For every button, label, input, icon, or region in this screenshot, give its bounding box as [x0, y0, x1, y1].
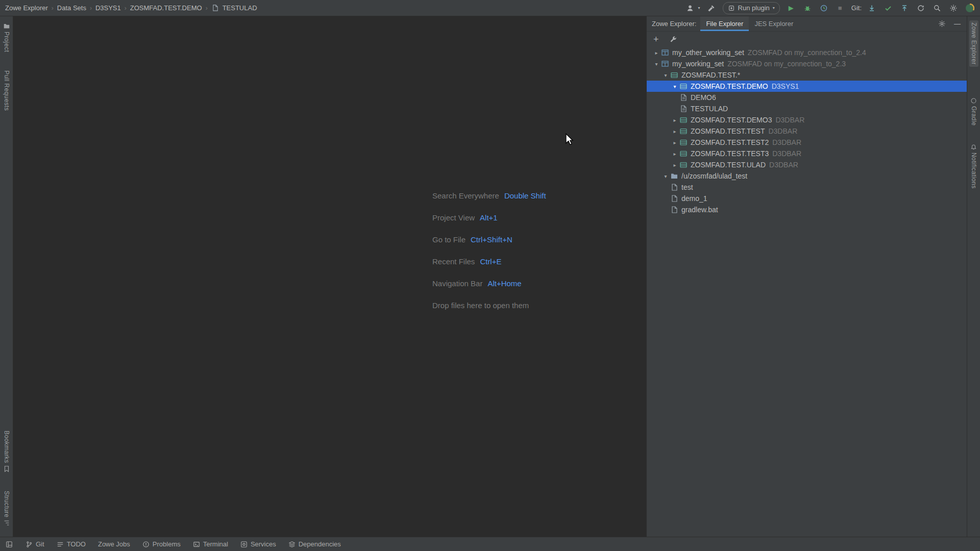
editor-empty-area[interactable]: Search Everywhere Double Shift Project V… [13, 16, 646, 537]
toolbar-avatar-icon[interactable] [965, 3, 975, 13]
search-icon[interactable] [932, 3, 942, 13]
chevron-right-icon[interactable]: ▸ [670, 117, 679, 123]
structure-icon [3, 519, 10, 527]
sidebar-item-project[interactable]: Project [2, 20, 11, 54]
tool-window-header: Zowe Explorer: File Explorer JES Explore… [647, 16, 967, 32]
tree-item[interactable]: ▸ ZOSMFAD.TEST.TEST D3DBAR [647, 126, 967, 137]
statusbar-item-services[interactable]: Services [240, 540, 276, 548]
folder-icon [3, 22, 10, 30]
breadcrumb-item[interactable]: Data Sets [57, 4, 86, 12]
tree-item-label: ZOSMFAD.TEST.DEMO3 [691, 116, 772, 124]
breadcrumb-item[interactable]: Zowe Explorer [5, 4, 48, 12]
statusbar-item-git[interactable]: Git [26, 540, 44, 548]
chevron-right-icon[interactable]: ▸ [670, 129, 679, 134]
sidebar-item-bookmarks[interactable]: Bookmarks [2, 429, 11, 474]
breadcrumb-item[interactable]: ZOSMFAD.TEST.DEMO [130, 4, 202, 12]
tree-item[interactable]: DEMO6 [647, 92, 967, 103]
tree-item[interactable]: ▸ ZOSMFAD.TEST.TEST3 D3DBAR [647, 148, 967, 159]
statusbar-item-dependencies[interactable]: Dependencies [288, 540, 341, 548]
statusbar-item-label: Git [36, 540, 44, 548]
right-tool-stripe: Zowe Explorer Gradle Notifications [967, 16, 980, 537]
sidebar-item-pull-requests[interactable]: Pull Requests [2, 68, 11, 113]
status-bar: Git TODO Zowe Jobs Problems Terminal Ser… [0, 537, 980, 551]
tool-window-options-gear-icon[interactable] [937, 19, 947, 29]
history-icon[interactable] [916, 3, 926, 13]
user-account-icon[interactable] [685, 3, 695, 13]
tree-item-label: gradlew.bat [681, 206, 718, 214]
tree-item-annotation: D3DBAR [772, 138, 801, 146]
problems-icon [142, 541, 150, 548]
dataset-icon [679, 138, 688, 146]
statusbar-item-zowe-jobs[interactable]: Zowe Jobs [98, 540, 130, 548]
sidebar-item-zowe-explorer[interactable]: Zowe Explorer [969, 20, 978, 67]
tree-item[interactable]: TESTULAD [647, 103, 967, 114]
statusbar-item-label: Dependencies [299, 540, 341, 548]
tree-item[interactable]: demo_1 [647, 193, 967, 204]
add-button[interactable]: + [653, 35, 659, 44]
statusbar-item-problems[interactable]: Problems [142, 540, 181, 548]
member-icon [679, 105, 688, 113]
workspace: Project Pull Requests Bookmarks Structur… [0, 16, 980, 537]
sidebar-item-notifications[interactable]: Notifications [969, 142, 978, 191]
chevron-down-icon[interactable]: ▾ [652, 61, 661, 67]
hint-row: Search Everywhere Double Shift [432, 185, 546, 207]
run-configuration-dropdown[interactable]: Run plugin ▾ [723, 2, 780, 14]
statusbar-item-label: Services [251, 540, 276, 548]
tree-item-selected[interactable]: ▾ ZOSMFAD.TEST.DEMO D3SYS1 [647, 81, 967, 92]
debug-button[interactable] [802, 3, 813, 13]
ide-window: Zowe Explorer › Data Sets › D3SYS1 › ZOS… [0, 0, 980, 551]
tree-item-annotation: ZOSMFAD on my_connection_to_2.3 [727, 60, 846, 68]
terminal-icon [193, 541, 200, 548]
build-hammer-icon[interactable] [706, 3, 717, 13]
wrench-settings-icon[interactable] [668, 34, 678, 44]
sidebar-item-label: Zowe Explorer [970, 22, 977, 65]
chevron-down-icon[interactable]: ▾ [661, 173, 670, 179]
hint-label: Go to File [432, 235, 465, 244]
tool-window-title: Zowe Explorer: [651, 16, 700, 31]
tab-file-explorer[interactable]: File Explorer [700, 16, 749, 31]
statusbar-item-terminal[interactable]: Terminal [193, 540, 228, 548]
chevron-right-icon[interactable]: ▸ [670, 162, 679, 168]
dataset-tree: ▸ my_other_working_set ZOSMFAD on my_con… [647, 47, 967, 537]
working-set-icon [661, 48, 669, 57]
tree-item[interactable]: ▾ /u/zosmfad/ulad_test [647, 170, 967, 182]
breadcrumb-item[interactable]: TESTULAD [223, 4, 257, 12]
git-commit-icon[interactable] [883, 3, 893, 13]
git-push-icon[interactable] [899, 3, 910, 13]
left-tool-stripe: Project Pull Requests Bookmarks Structur… [0, 16, 13, 537]
chevron-right-icon[interactable]: ▸ [670, 151, 679, 157]
bookmark-icon [3, 465, 10, 472]
git-update-icon[interactable] [867, 3, 877, 13]
tab-jes-explorer[interactable]: JES Explorer [749, 16, 799, 31]
tree-item-annotation: D3SYS1 [772, 82, 799, 90]
minimize-tool-window-button[interactable]: — [954, 20, 961, 27]
chevron-down-icon[interactable]: ▾ [670, 84, 679, 89]
sidebar-item-gradle[interactable]: Gradle [969, 95, 978, 128]
tree-item-annotation: ZOSMFAD on my_connection_to_2.4 [748, 48, 866, 57]
tree-item[interactable]: ▸ ZOSMFAD.TEST.DEMO3 D3DBAR [647, 114, 967, 126]
tree-item[interactable]: gradlew.bat [647, 204, 967, 215]
run-button[interactable]: ▶ [786, 3, 796, 13]
profiler-button[interactable] [819, 3, 829, 13]
statusbar-item-todo[interactable]: TODO [57, 540, 86, 548]
hint-shortcut: Ctrl+Shift+N [471, 235, 512, 244]
chevron-right-icon[interactable]: ▸ [670, 140, 679, 145]
mouse-cursor [565, 133, 574, 146]
tree-item-annotation: D3DBAR [775, 116, 804, 124]
run-configuration-label: Run plugin [738, 4, 770, 12]
file-icon [211, 4, 219, 12]
tree-item[interactable]: ▸ ZOSMFAD.TEST.TEST2 D3DBAR [647, 137, 967, 148]
tree-item[interactable]: ▸ my_other_working_set ZOSMFAD on my_con… [647, 47, 967, 58]
breadcrumb-item[interactable]: D3SYS1 [95, 4, 121, 12]
hint-shortcut: Ctrl+E [480, 257, 501, 266]
settings-gear-icon[interactable] [948, 3, 959, 13]
sidebar-item-structure[interactable]: Structure [2, 489, 11, 529]
tool-window-layout-icon[interactable] [5, 540, 13, 548]
tree-item[interactable]: test [647, 182, 967, 193]
chevron-right-icon[interactable]: ▸ [652, 50, 661, 56]
tree-item[interactable]: ▾ ZOSMFAD.TEST.* [647, 69, 967, 81]
tree-item[interactable]: ▾ my_working_set ZOSMFAD on my_connectio… [647, 58, 967, 69]
tree-item[interactable]: ▸ ZOSMFAD.TEST.ULAD D3DBAR [647, 159, 967, 170]
statusbar-item-label: TODO [67, 540, 86, 548]
chevron-down-icon[interactable]: ▾ [661, 72, 670, 78]
